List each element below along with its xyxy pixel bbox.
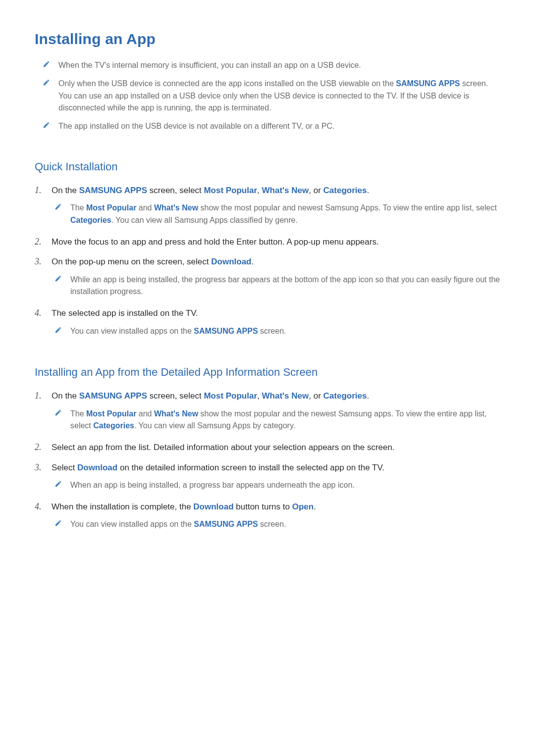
- step-number: 1.: [35, 184, 52, 197]
- highlighted-term: Categories: [70, 216, 111, 224]
- note-text: The app installed on the USB device is n…: [58, 120, 334, 133]
- step-body: The selected app is installed on the TV.…: [52, 307, 500, 339]
- note-text: When an app is being installed, a progre…: [70, 479, 355, 492]
- step-number: 3.: [35, 255, 52, 268]
- highlighted-term: SAMSUNG APPS: [194, 327, 258, 335]
- note-item: Only when the USB device is connected ar…: [35, 76, 500, 118]
- step-number: 4.: [35, 307, 52, 319]
- step-subnote: The Most Popular and What's New show the…: [52, 403, 500, 435]
- step-body: On the pop-up menu on the screen, select…: [52, 255, 500, 300]
- section2-title: Installing an App from the Detailed App …: [35, 366, 500, 379]
- list-step: 3.Select Download on the detailed inform…: [35, 457, 500, 497]
- highlighted-term: Most Popular: [86, 409, 136, 418]
- step-text: Select an app from the list. Detailed in…: [52, 441, 500, 454]
- highlighted-term: SAMSUNG APPS: [79, 391, 147, 401]
- pencil-icon: [43, 79, 51, 86]
- section1-steps: 1.On the SAMSUNG APPS screen, select Mos…: [35, 180, 500, 342]
- step-text: On the pop-up menu on the screen, select…: [52, 255, 500, 268]
- list-step: 4.The selected app is installed on the T…: [35, 303, 500, 342]
- highlighted-term: Download: [193, 502, 233, 511]
- step-subnote: When an app is being installed, a progre…: [52, 474, 500, 494]
- list-step: 1.On the SAMSUNG APPS screen, select Mos…: [35, 180, 500, 232]
- top-notes-list: When the TV's internal memory is insuffi…: [35, 57, 500, 137]
- step-body: Select Download on the detailed informat…: [52, 461, 500, 494]
- highlighted-term: SAMSUNG APPS: [194, 520, 258, 528]
- pencil-icon: [54, 409, 62, 416]
- note-text: You can view installed apps on the SAMSU…: [70, 518, 286, 531]
- pencil-icon: [43, 121, 51, 129]
- highlighted-term: What's New: [262, 186, 309, 195]
- highlighted-term: Categories: [323, 391, 367, 401]
- step-number: 2.: [35, 236, 52, 248]
- highlighted-term: SAMSUNG APPS: [396, 79, 460, 88]
- step-body: On the SAMSUNG APPS screen, select Most …: [52, 184, 500, 229]
- pencil-icon: [43, 60, 51, 68]
- note-item: When the TV's internal memory is insuffi…: [35, 57, 500, 76]
- highlighted-term: What's New: [262, 391, 309, 401]
- highlighted-term: Download: [77, 463, 117, 472]
- step-text: The selected app is installed on the TV.: [52, 307, 500, 320]
- note-text: The Most Popular and What's New show the…: [70, 202, 500, 227]
- step-text: Move the focus to an app and press and h…: [52, 236, 500, 249]
- step-text: On the SAMSUNG APPS screen, select Most …: [52, 184, 500, 197]
- list-step: 1.On the SAMSUNG APPS screen, select Mos…: [35, 386, 500, 437]
- list-step: 2.Move the focus to an app and press and…: [35, 232, 500, 252]
- highlighted-term: Download: [211, 257, 251, 266]
- note-item: The app installed on the USB device is n…: [35, 118, 500, 137]
- step-text: When the installation is complete, the D…: [52, 501, 500, 513]
- step-number: 1.: [35, 390, 52, 402]
- step-text: Select Download on the detailed informat…: [52, 461, 500, 474]
- pencil-icon: [54, 326, 62, 334]
- pencil-icon: [54, 519, 62, 527]
- pencil-icon: [54, 275, 62, 282]
- list-step: 3.On the pop-up menu on the screen, sele…: [35, 252, 500, 303]
- note-text: You can view installed apps on the SAMSU…: [70, 325, 286, 338]
- highlighted-term: Categories: [323, 186, 367, 195]
- pencil-icon: [54, 203, 62, 210]
- list-step: 2.Select an app from the list. Detailed …: [35, 437, 500, 457]
- highlighted-term: What's New: [154, 409, 198, 418]
- step-subnote: The Most Popular and What's New show the…: [52, 197, 500, 229]
- highlighted-term: Most Popular: [86, 203, 136, 212]
- note-text: The Most Popular and What's New show the…: [70, 408, 500, 433]
- step-body: On the SAMSUNG APPS screen, select Most …: [52, 390, 500, 434]
- step-number: 2.: [35, 441, 52, 454]
- pencil-icon: [54, 480, 62, 488]
- highlighted-term: SAMSUNG APPS: [79, 186, 147, 195]
- step-number: 4.: [35, 501, 52, 513]
- step-body: When the installation is complete, the D…: [52, 501, 500, 533]
- highlighted-term: Open: [292, 502, 314, 511]
- note-text: Only when the USB device is connected ar…: [58, 78, 500, 114]
- section1-title: Quick Installation: [35, 160, 500, 173]
- list-step: 4.When the installation is complete, the…: [35, 497, 500, 536]
- highlighted-term: What's New: [154, 203, 198, 212]
- step-subnote: You can view installed apps on the SAMSU…: [52, 320, 500, 340]
- highlighted-term: Categories: [93, 421, 134, 430]
- page-title: Installing an App: [35, 31, 500, 48]
- highlighted-term: Most Popular: [204, 186, 257, 195]
- step-body: Select an app from the list. Detailed in…: [52, 441, 500, 454]
- highlighted-term: Most Popular: [204, 391, 257, 401]
- step-subnote: You can view installed apps on the SAMSU…: [52, 513, 500, 533]
- note-text: When the TV's internal memory is insuffi…: [58, 59, 361, 72]
- document-page: Installing an App When the TV's internal…: [0, 0, 535, 565]
- note-text: While an app is being installed, the pro…: [70, 274, 500, 299]
- step-number: 3.: [35, 461, 52, 474]
- step-subnote: While an app is being installed, the pro…: [52, 269, 500, 301]
- section2-steps: 1.On the SAMSUNG APPS screen, select Mos…: [35, 386, 500, 536]
- step-text: On the SAMSUNG APPS screen, select Most …: [52, 390, 500, 403]
- step-body: Move the focus to an app and press and h…: [52, 236, 500, 249]
